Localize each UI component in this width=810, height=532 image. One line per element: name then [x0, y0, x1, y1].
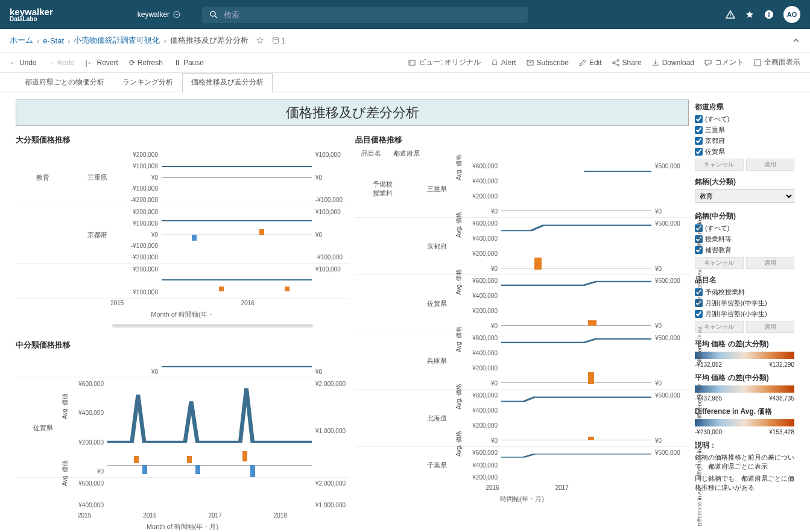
chart-medium-top[interactable]: ¥0 ¥0 — [16, 354, 349, 378]
filter-item-3[interactable]: 月謝(学習塾)(小学生) — [695, 309, 794, 318]
filter-catm-2[interactable]: 補習教育 — [695, 245, 794, 255]
description-text-1: 銘柄の価格推移と前月の差について、都道府県ごとに表示 — [695, 453, 794, 472]
search-icon — [209, 10, 218, 19]
apply-button-3[interactable]: 適用 — [746, 321, 795, 333]
svg-point-0 — [174, 11, 180, 17]
section-title-item: 品目価格推移 — [355, 135, 689, 145]
x-axis-label-1: Month of 時間軸(年・ — [16, 308, 349, 321]
svg-line-14 — [614, 60, 618, 62]
chart-item-kyoto[interactable]: 京都府 Avg. 価格 ¥600,000¥400,000¥200,000¥0 ¥… — [355, 218, 689, 275]
tab-ranking[interactable]: ランキング分析 — [113, 73, 182, 92]
filter-panel: 都道府県 (すべて) 三重県 京都府 佐賀県 キャンセル適用 銘柄(大分類) 教… — [695, 100, 794, 532]
apply-button[interactable]: 適用 — [746, 159, 795, 171]
breadcrumb-home[interactable]: ホーム — [10, 35, 33, 46]
x-axis-label-2: Month of 時間軸(年・月) — [16, 520, 349, 532]
star-icon[interactable] — [745, 10, 755, 19]
chart-item-hokkaido[interactable]: 北海道 Avg. 価格 ¥600,000¥400,000¥200,000¥0 ¥… — [355, 390, 689, 447]
redo-button[interactable]: → Redo — [48, 59, 75, 67]
chart-item-chiba[interactable]: 千葉県 Avg. 価格 ¥600,000¥400,000¥200,000 ¥50… — [355, 447, 689, 483]
datasource-icon[interactable]: 1 — [271, 36, 285, 45]
filter-item-2[interactable]: 月謝(学習塾)(中学生) — [695, 299, 794, 308]
fullscreen-button[interactable]: 全画面表示 — [753, 57, 800, 68]
cancel-button-2[interactable]: キャンセル — [695, 257, 744, 269]
svg-line-15 — [614, 63, 618, 65]
collapse-icon[interactable] — [792, 36, 800, 45]
filter-pref-all[interactable]: (すべて) — [695, 115, 794, 124]
share-button[interactable]: Share — [612, 57, 642, 68]
chart-large-mie[interactable]: 教育 三重県 ¥200,000¥100,000¥0-¥100,000-¥200,… — [16, 149, 349, 206]
gradient-legend-2 — [695, 385, 794, 393]
gradient-legend-1 — [695, 352, 794, 359]
tab-pref-analysis[interactable]: 都道府県ごとの物価分析 — [16, 73, 113, 92]
svg-point-4 — [730, 17, 731, 17]
breadcrumb: ホーム › e-Stat › 小売物価統計調査可視化 › 価格推移及び差分分析 … — [0, 29, 810, 52]
undo-button[interactable]: ← Undo — [10, 59, 37, 67]
comment-button[interactable]: コメント — [704, 57, 744, 68]
scroll-bar[interactable] — [112, 324, 313, 328]
filter-pref-saga[interactable]: 佐賀県 — [695, 147, 794, 156]
chart-item-hyogo[interactable]: 兵庫県 Avg. 価格 ¥600,000¥400,000¥200,000¥0 ¥… — [355, 332, 689, 390]
apply-button-2[interactable]: 適用 — [746, 257, 795, 269]
x-axis-label-3: 時間軸(年・月) — [355, 492, 689, 506]
filter-catm-all[interactable]: (すべて) — [695, 224, 794, 233]
section-title-large: 大分類価格推移 — [16, 135, 349, 145]
svg-text:*: * — [410, 60, 411, 66]
chart-item-saga[interactable]: 佐賀県 Avg. 価格 ¥600,000¥400,000¥200,000¥0 ¥… — [355, 275, 689, 332]
chart-large-saga[interactable]: ¥200,000¥100,000 ¥100,000 — [16, 264, 349, 299]
app-header: keywalker DataLabo keywalker i AO — [0, 0, 810, 29]
chart-large-kyoto[interactable]: 京都府 ¥200,000¥100,000¥0-¥100,000-¥200,000… — [16, 206, 349, 264]
filter-pref-mie[interactable]: 三重県 — [695, 125, 794, 135]
revert-button[interactable]: |← Revert — [85, 59, 118, 67]
chart-item-mie[interactable]: 予備校授業料 三重県 Avg. 価格 ¥600,000¥400,000¥200,… — [355, 160, 689, 218]
chevron-down-icon — [173, 11, 180, 18]
filter-pref-kyoto[interactable]: 京都府 — [695, 136, 794, 145]
tab-price-diff[interactable]: 価格推移及び差分分析 — [182, 73, 273, 92]
action-toolbar: ← Undo → Redo |← Revert ⟳ Refresh ⏸ Paus… — [0, 52, 810, 73]
pause-button[interactable]: ⏸ Pause — [174, 59, 204, 67]
sheet-tabs: 都道府県ごとの物価分析 ランキング分析 価格推移及び差分分析 — [0, 73, 810, 92]
filter-catm-1[interactable]: 授業料等 — [695, 235, 794, 244]
star-outline-icon[interactable] — [256, 36, 264, 45]
chart-medium-bottom[interactable]: Avg. 価値 ¥600,000¥400,000 ¥2,000,000¥1,00… — [16, 478, 349, 511]
edit-button[interactable]: Edit — [578, 57, 602, 68]
search-input[interactable] — [224, 10, 520, 19]
svg-line-2 — [215, 16, 217, 18]
alert-triangle-icon[interactable] — [726, 10, 735, 19]
description-text-2: 同じ銘柄でも、都道府県ごとに価格推移に違いがある — [695, 474, 794, 493]
download-button[interactable]: Download — [651, 57, 694, 68]
search-box[interactable] — [202, 7, 528, 23]
category-large-select[interactable]: 教育 — [695, 189, 794, 203]
view-button[interactable]: * ビュー: オリジナル — [408, 57, 481, 68]
subscribe-button[interactable]: Subscribe — [526, 57, 569, 68]
info-icon[interactable]: i — [764, 10, 774, 19]
gradient-legend-3 — [695, 419, 794, 426]
logo: keywalker DataLabo — [10, 7, 53, 22]
section-title-medium: 中分類価格推移 — [16, 340, 349, 350]
breadcrumb-l1[interactable]: e-Stat — [43, 36, 64, 45]
user-avatar[interactable]: AO — [783, 6, 800, 23]
svg-point-1 — [210, 11, 215, 16]
breadcrumb-current: 価格推移及び差分分析 — [170, 35, 248, 46]
svg-text:i: i — [768, 11, 770, 18]
filter-item-1[interactable]: 予備校授業料 — [695, 288, 794, 297]
alert-button[interactable]: Alert — [490, 57, 516, 68]
dashboard-title: 価格推移及び差分分析 — [16, 100, 689, 126]
svg-rect-16 — [755, 60, 761, 66]
refresh-button[interactable]: ⟳ Refresh — [129, 59, 163, 67]
cancel-button[interactable]: キャンセル — [695, 159, 744, 171]
breadcrumb-l2[interactable]: 小売物価統計調査可視化 — [74, 35, 160, 46]
svg-point-7 — [273, 37, 278, 40]
workspace-selector[interactable]: keywalker — [138, 10, 180, 19]
